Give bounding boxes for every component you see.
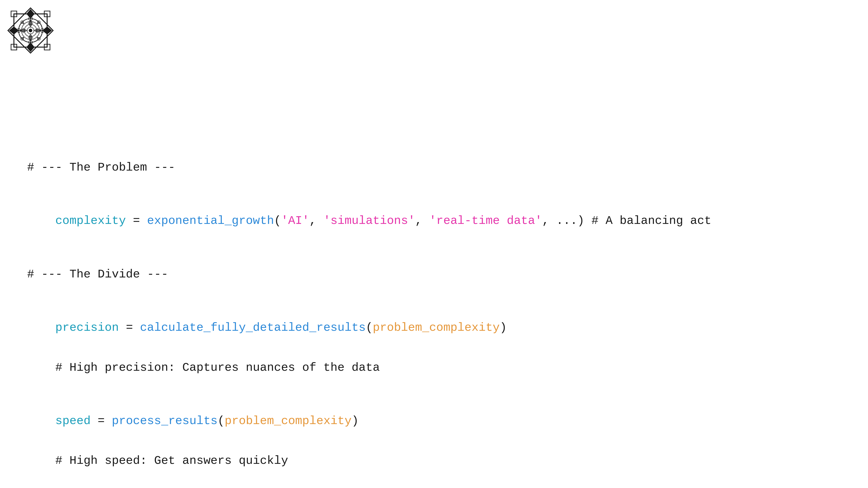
- svg-marker-31: [29, 20, 33, 27]
- svg-marker-32: [29, 34, 33, 41]
- comment-balancing: # A balancing act: [584, 214, 711, 228]
- arg-realtime: 'real-time data': [429, 214, 542, 228]
- svg-point-14: [29, 29, 32, 32]
- logo-icon: [7, 7, 54, 54]
- sep2: ,: [415, 214, 429, 228]
- args-close2: ): [500, 321, 507, 334]
- comment-speed: # High speed: Get answers quickly: [27, 451, 711, 470]
- svg-marker-33: [20, 29, 27, 33]
- code-block: # --- The Problem --- complexity = expon…: [27, 158, 711, 473]
- svg-marker-34: [34, 29, 41, 33]
- func-calculate: calculate_fully_detailed_results: [140, 321, 366, 334]
- sep1: ,: [309, 214, 323, 228]
- func-exponential: exponential_growth: [147, 214, 274, 228]
- args-open3: (: [218, 414, 225, 428]
- line-precision: precision = calculate_fully_detailed_res…: [27, 300, 711, 356]
- args-open2: (: [366, 321, 373, 334]
- op1: =: [126, 214, 147, 228]
- args-close3: ): [351, 414, 359, 428]
- sep3: , ...): [542, 214, 584, 228]
- op3: =: [91, 414, 112, 428]
- var-precision: precision: [55, 321, 119, 334]
- comment-problem: # --- The Problem ---: [27, 158, 711, 177]
- arg-problem-complexity-1: problem_complexity: [373, 321, 500, 334]
- func-process: process_results: [112, 414, 217, 428]
- logo: [7, 7, 54, 55]
- comment-divide: # --- The Divide ---: [27, 265, 711, 284]
- args-open1: (: [274, 214, 281, 228]
- arg-ai: 'AI': [281, 214, 309, 228]
- comment-precision: # High precision: Captures nuances of th…: [27, 358, 711, 377]
- line-speed: speed = process_results(problem_complexi…: [27, 393, 711, 449]
- var-speed: speed: [55, 414, 91, 428]
- op2: =: [119, 321, 140, 334]
- arg-problem-complexity-2: problem_complexity: [225, 414, 352, 428]
- var-complexity: complexity: [55, 214, 126, 228]
- arg-simulations: 'simulations': [323, 214, 415, 228]
- line-complexity: complexity = exponential_growth('AI', 's…: [27, 193, 711, 249]
